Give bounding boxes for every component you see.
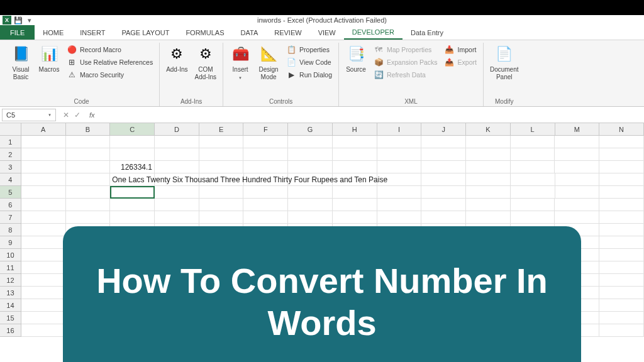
cell[interactable] [288,136,333,148]
addins-button[interactable]: ⚙ Add-Ins [164,43,190,75]
cell[interactable] [155,136,199,148]
row-header[interactable]: 7 [0,211,21,224]
cell[interactable] [66,148,111,161]
row-header[interactable]: 16 [0,324,21,337]
cell[interactable] [21,173,66,186]
file-tab[interactable]: FILE [0,25,35,40]
save-icon[interactable]: 💾 [14,16,23,25]
cell[interactable] [21,299,66,312]
export-button[interactable]: 📤 Export [442,57,479,68]
col-header[interactable]: I [377,123,422,136]
cell[interactable] [288,211,333,224]
cell[interactable] [599,274,644,287]
tab-page-layout[interactable]: PAGE LAYOUT [113,25,177,40]
cell[interactable] [243,148,288,161]
record-macro-button[interactable]: 🔴 Record Macro [64,44,155,55]
tab-data[interactable]: DATA [233,25,267,40]
cell[interactable] [66,186,111,199]
cell[interactable] [288,161,333,173]
row-header[interactable]: 8 [0,224,21,236]
cell[interactable]: One Lacs Twenty Six Thousand Three Hundr… [110,173,155,186]
cell[interactable] [377,148,422,161]
insert-button[interactable]: 🧰 Insert▼ [227,43,253,82]
cell[interactable] [21,161,66,173]
cell[interactable] [21,186,66,199]
qat-dropdown-icon[interactable]: ▾ [25,16,34,25]
cell[interactable] [466,186,511,199]
row-header[interactable]: 14 [0,299,21,312]
cell[interactable] [21,224,66,236]
cell[interactable] [599,324,644,337]
cell[interactable] [333,186,377,199]
cell[interactable] [511,148,555,161]
col-header[interactable]: B [66,123,111,136]
cell[interactable] [511,173,555,186]
cell[interactable] [243,199,288,211]
cell[interactable] [155,186,199,199]
cell[interactable] [599,287,644,299]
row-header[interactable]: 6 [0,199,21,211]
cell[interactable] [421,199,466,211]
col-header[interactable]: C [110,123,155,136]
col-header[interactable]: K [466,123,511,136]
row-header[interactable]: 13 [0,287,21,299]
row-header[interactable]: 5 [0,186,21,199]
tab-insert[interactable]: INSERT [72,25,113,40]
cell[interactable] [199,199,244,211]
cell[interactable] [243,136,288,148]
cell[interactable] [511,161,555,173]
cell[interactable] [599,261,644,274]
cell[interactable] [66,136,111,148]
cell[interactable] [511,211,555,224]
cell[interactable] [599,249,644,261]
cell[interactable] [466,148,511,161]
cell[interactable] [421,211,466,224]
col-header[interactable]: E [199,123,244,136]
formula-input[interactable] [99,109,644,121]
cell[interactable] [199,211,244,224]
cell[interactable] [555,173,600,186]
cell[interactable] [511,186,555,199]
refresh-data-button[interactable]: 🔄 Refresh Data [371,69,440,80]
cell[interactable] [555,199,599,211]
cell[interactable] [466,211,511,224]
cell[interactable] [599,136,644,148]
cell[interactable] [377,161,422,173]
cell[interactable] [466,199,511,211]
col-header[interactable]: J [421,123,466,136]
source-button[interactable]: 📑 Source [343,43,369,75]
tab-view[interactable]: VIEW [310,25,344,40]
properties-button[interactable]: 📋 Properties [284,44,335,55]
run-dialog-button[interactable]: ▶ Run Dialog [284,69,335,80]
map-properties-button[interactable]: 🗺 Map Properties [371,44,440,55]
cell[interactable] [555,186,600,199]
cell[interactable] [288,186,333,199]
cell[interactable] [377,199,422,211]
cell[interactable] [21,324,66,337]
design-mode-button[interactable]: 📐 Design Mode [255,43,282,82]
cell[interactable] [66,211,111,224]
expansion-packs-button[interactable]: 📦 Expansion Packs [371,57,440,68]
cell[interactable] [21,148,66,161]
cell[interactable] [21,199,66,211]
row-header[interactable]: 9 [0,236,21,249]
cell[interactable] [155,161,199,173]
cell[interactable]: 126334.1 [110,161,155,173]
cell[interactable] [21,136,66,148]
cancel-icon[interactable]: ✕ [63,111,69,119]
cell[interactable] [333,199,377,211]
cell[interactable] [333,161,377,173]
com-addins-button[interactable]: ⚙ COM Add-Ins [192,43,219,82]
cell[interactable] [466,136,511,148]
view-code-button[interactable]: 📄 View Code [284,57,335,68]
name-box[interactable]: C5 ▼ [2,109,56,121]
cell[interactable] [333,136,377,148]
cell[interactable] [110,199,155,211]
import-button[interactable]: 📥 Import [442,44,479,55]
tab-developer[interactable]: DEVELOPER [344,25,402,40]
col-header[interactable]: G [288,123,333,136]
cell[interactable] [599,148,644,161]
cell[interactable] [66,199,111,211]
col-header[interactable]: L [511,123,555,136]
cell[interactable] [599,173,644,186]
